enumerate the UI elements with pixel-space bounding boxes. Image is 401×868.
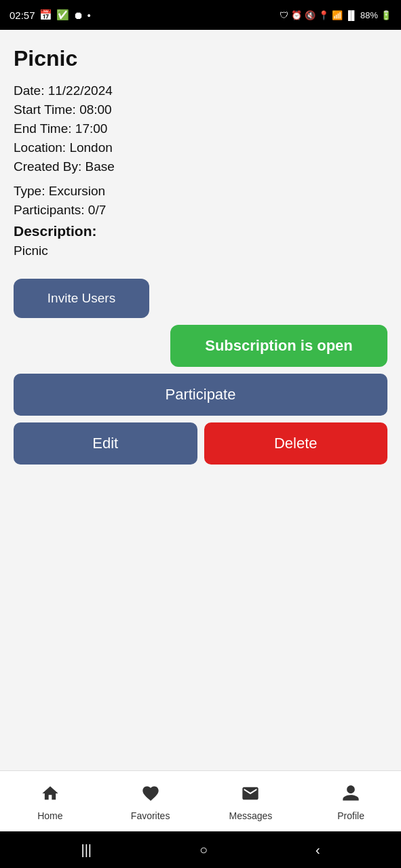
- edit-button[interactable]: Edit: [14, 422, 197, 465]
- bottom-nav: Home Favorites Messages Profile: [0, 770, 401, 831]
- event-participants: Participants: 0/7: [14, 203, 387, 218]
- description-text: Picnic: [14, 243, 387, 258]
- subscription-status-button[interactable]: Subscription is open: [170, 325, 387, 367]
- signal-icon: ▐▌: [345, 10, 358, 20]
- event-date: Date: 11/22/2024: [14, 83, 387, 98]
- screen-record-icon: ⏺: [73, 9, 83, 21]
- description-label: Description:: [14, 223, 387, 239]
- location-icon: 📍: [318, 10, 329, 20]
- participate-row: Participate: [14, 374, 387, 416]
- favorites-icon: [141, 784, 160, 808]
- status-right: 🛡 ⏰ 🔇 📍 📶 ▐▌ 88% 🔋: [280, 10, 392, 20]
- wifi-icon: 📶: [332, 10, 343, 20]
- alarm-icon: ⏰: [291, 10, 302, 20]
- delete-button[interactable]: Delete: [204, 422, 388, 465]
- nav-item-home[interactable]: Home: [0, 784, 100, 821]
- participate-button[interactable]: Participate: [14, 374, 387, 416]
- mute-icon: 🔇: [305, 10, 316, 20]
- status-left: 02:57 📅 ✅ ⏺ •: [9, 9, 91, 21]
- messages-icon: [241, 784, 260, 808]
- android-nav-bar: ||| ○ ‹: [0, 831, 401, 868]
- event-location: Location: London: [14, 140, 387, 155]
- favorites-label: Favorites: [131, 810, 170, 821]
- android-back-button[interactable]: ‹: [316, 842, 320, 858]
- profile-label: Profile: [337, 810, 364, 821]
- event-title: Picnic: [14, 46, 387, 71]
- edit-delete-row: Edit Delete: [14, 422, 387, 465]
- invite-users-button[interactable]: Invite Users: [14, 279, 149, 318]
- android-menu-button[interactable]: |||: [81, 842, 92, 858]
- event-details: Date: 11/22/2024 Start Time: 08:00 End T…: [14, 83, 387, 174]
- event-created-by: Created By: Base: [14, 159, 387, 174]
- subscription-row: Subscription is open: [14, 325, 387, 367]
- nav-item-messages[interactable]: Messages: [201, 784, 301, 821]
- event-end-time: End Time: 17:00: [14, 121, 387, 136]
- buttons-section: Invite Users Subscription is open Partic…: [14, 279, 387, 465]
- time-display: 02:57: [9, 9, 35, 21]
- invite-row: Invite Users: [14, 279, 387, 318]
- home-label: Home: [37, 810, 62, 821]
- android-home-button[interactable]: ○: [199, 842, 208, 858]
- event-start-time: Start Time: 08:00: [14, 102, 387, 117]
- messages-label: Messages: [229, 810, 272, 821]
- dot-indicator: •: [88, 9, 91, 21]
- status-bar: 02:57 📅 ✅ ⏺ • 🛡 ⏰ 🔇 📍 📶 ▐▌ 88% 🔋: [0, 0, 401, 30]
- battery-icon: 🔋: [381, 10, 392, 20]
- check-icon: ✅: [56, 9, 69, 21]
- home-icon: [41, 784, 60, 808]
- main-content: Picnic Date: 11/22/2024 Start Time: 08:0…: [0, 30, 401, 770]
- profile-icon: [341, 784, 360, 808]
- nav-item-favorites[interactable]: Favorites: [100, 784, 201, 821]
- battery-display: 88%: [360, 10, 378, 20]
- shield-icon: 🛡: [280, 10, 288, 20]
- nav-item-profile[interactable]: Profile: [301, 784, 401, 821]
- event-type: Type: Excursion: [14, 184, 387, 199]
- calendar-icon: 📅: [39, 9, 52, 21]
